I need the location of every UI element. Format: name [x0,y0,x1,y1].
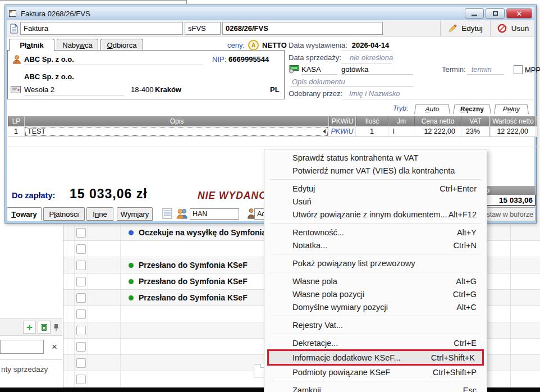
pin-icon [53,323,59,331]
row-checkbox[interactable] [76,309,86,319]
row-checkbox[interactable] [76,326,86,335]
mode-tab-reczny[interactable]: Ręczny [453,104,491,114]
series-field[interactable]: sFVS [185,22,221,35]
menu-item[interactable]: Pokaż powiązany list przewozowy [264,257,487,270]
city-field[interactable]: Kraków [155,85,181,94]
tab-odbiorca[interactable]: Odbiorca [100,39,143,51]
country-field[interactable]: PL [270,85,280,94]
delete-filter-button[interactable] [38,321,51,334]
screen: Oczekuje na wysyłkę do Symfonia KSePrzes… [0,0,540,392]
menu-item-shortcut: Alt+F12 [449,210,477,219]
item-vat[interactable]: 23% [461,126,489,136]
street-field[interactable]: Wesoła 2 [24,85,54,94]
menu-item[interactable]: Rentowność...Alt+Y [264,226,487,239]
tab-towary[interactable]: Towary [7,207,42,221]
col-header-pkwiu[interactable]: PKWiU [329,116,356,126]
maximize-icon [493,11,498,16]
menu-item[interactable]: EdytujCtrl+Enter [264,182,487,195]
list-cell [67,322,75,338]
item-ilosc[interactable]: 1 [356,126,388,136]
item-opis-cell[interactable]: TEST [25,126,329,136]
tab-platnik[interactable]: Płatnik [9,39,54,51]
col-header-vat[interactable]: VAT [461,116,489,126]
list-cell [63,355,67,371]
menu-item[interactable]: Dekretacje...Ctrl+E [264,336,487,349]
register-code-field[interactable]: HAN [190,208,239,220]
price-type-a-icon[interactable]: A [248,40,259,51]
menu-item[interactable]: Podmioty powiązane KSeFCtrl+Shift+P [264,366,487,379]
menu-item[interactable]: Sprawdź status kontrahenta w VAT [264,151,487,164]
col-header-lp[interactable]: LP [8,116,25,126]
edit-button[interactable]: Edytuj [442,20,489,37]
term-value[interactable]: termin [472,65,492,74]
menu-item[interactable]: Domyślne wymiary pozycjiAlt+C [264,300,487,313]
row-checkbox[interactable] [76,375,86,384]
tab-platnosci[interactable]: Płatności [43,207,85,221]
col-header-wartosc-netto[interactable]: Wartość netto [489,116,536,126]
item-jm[interactable]: l [388,126,414,136]
menu-item[interactable]: Potwierdź numer VAT (VIES) dla kontrahen… [264,164,487,177]
tab-inne[interactable]: Inne [86,207,113,221]
payer-box: ABC Sp. z o.o. NIP: 6669995544 ABC Sp. z… [7,50,285,99]
col-header-ilosc[interactable]: Ilość [356,116,388,126]
titlebar[interactable]: Faktura 0268/26/FVS ✕ [7,7,534,20]
register-field[interactable]: KASA [301,65,321,74]
tab-wymiary[interactable]: Wymiary [117,207,153,221]
menu-item[interactable]: Usuń [264,195,487,208]
menu-item-label: Domyślne wymiary pozycji [292,303,456,312]
menu-item[interactable]: Rejestry Vat... [264,318,487,331]
row-checkbox[interactable] [76,342,86,352]
clear-filter-button[interactable]: × [48,341,61,353]
mpp-checkbox[interactable] [514,65,523,74]
description-field[interactable]: Opis dokumentu [292,78,345,86]
nip-value[interactable]: 6669995544 [228,55,269,63]
maximize-button[interactable] [486,8,505,19]
number-field[interactable]: 0268/26/FVS [222,22,383,35]
doc-type-field[interactable]: Faktura [20,22,183,35]
list-cell [63,257,67,273]
sale-date-value[interactable]: nie określona [350,53,393,62]
pin-button[interactable] [52,321,60,334]
row-checkbox[interactable] [76,358,86,368]
trash-icon [40,323,48,331]
received-by-value[interactable]: Imię i Nazwisko [349,89,400,98]
item-pkwiu[interactable]: PKWiU [329,126,356,136]
col-header-jm[interactable]: Jm [388,116,414,126]
menu-item[interactable]: Notatka...Ctrl+N [264,239,487,252]
menu-item[interactable]: Własne polaAlt+G [264,275,487,288]
item-row[interactable]: 1 TEST PKWiU 1 l 12 222,00 [8,126,537,137]
minimize-button[interactable] [465,8,484,19]
menu-separator [264,331,487,336]
issue-date-value[interactable]: 2026-04-14 [352,41,390,49]
menu-item[interactable]: Informacje dodatkowe KSeF...Ctrl+Shift+K [267,349,484,366]
menu-item[interactable]: Własne pola pozycjiCtrl+G [264,288,487,300]
mode-tab-auto[interactable]: Auto [414,104,450,114]
menu-item[interactable]: ZamknijEsc [264,384,487,392]
col-header-opis[interactable]: Opis [25,116,329,126]
item-cena-netto[interactable]: 12 222,00 [414,126,461,136]
row-checkbox[interactable] [76,261,86,270]
payer-name-2[interactable]: ABC Sp. z o.o. [24,72,74,81]
keep-in-buffer-button[interactable]: zostaw w buforze [483,207,536,221]
add-button[interactable]: + [23,321,36,334]
tab-nabywca[interactable]: Nabywca [57,39,98,51]
payer-name[interactable]: ABC Sp. z o.o. [24,55,74,63]
list-cell [75,339,88,354]
payment-method-field[interactable]: gotówka [341,65,368,74]
postal-code-field[interactable]: 18-400 [131,85,153,94]
combo-arrow-icon[interactable] [323,129,326,134]
menu-separator [264,313,487,318]
row-checkbox[interactable] [76,228,86,238]
menu-item-label: Własne pola pozycji [292,290,453,299]
mode-tab-pelny[interactable]: Pełny [494,104,529,114]
filter-input[interactable] [0,340,44,354]
close-button[interactable]: ✕ [506,8,532,19]
list-cell [67,339,75,354]
row-checkbox[interactable] [76,244,86,254]
col-header-cena-netto[interactable]: Cena netto [414,116,461,126]
row-checkbox[interactable] [76,293,86,303]
delete-button[interactable]: Usuń [492,20,534,37]
menu-item[interactable]: Utwórz powiązanie z innym dokumentem...A… [264,208,487,221]
row-checkbox[interactable] [76,277,86,286]
notes-icon[interactable] [162,208,172,219]
